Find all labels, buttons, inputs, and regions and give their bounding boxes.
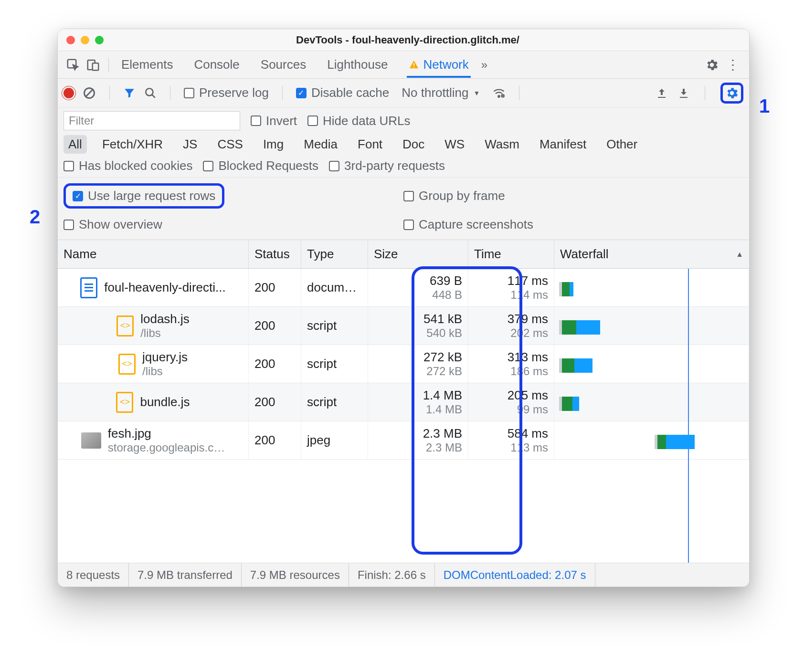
minimize-icon[interactable] [81, 36, 89, 44]
request-path: storage.googleapis.c… [108, 441, 225, 454]
cell-name: <> lodash.js /libs [58, 307, 249, 345]
kebab-menu-icon[interactable]: ⋮ [722, 57, 743, 73]
inspect-icon[interactable] [63, 55, 83, 74]
col-type[interactable]: Type [301, 240, 368, 268]
filter-input[interactable]: Filter [63, 111, 240, 130]
show-overview-checkbox[interactable]: Show overview [63, 217, 403, 232]
separator [108, 58, 109, 72]
table-row[interactable]: <> bundle.js 200 script 1.4 MB1.4 MB 205… [58, 383, 749, 421]
zoom-icon[interactable] [95, 36, 104, 44]
group-by-frame-checkbox[interactable]: Group by frame [403, 183, 743, 209]
status-requests: 8 requests [58, 563, 129, 587]
cell-name: fesh.jpg storage.googleapis.c… [58, 421, 249, 459]
col-name[interactable]: Name [58, 240, 249, 268]
table-row[interactable]: fesh.jpg storage.googleapis.c… 200 jpeg … [58, 421, 749, 460]
request-path: /libs [142, 365, 188, 378]
search-icon[interactable] [144, 87, 157, 99]
warning-icon [409, 60, 419, 70]
cell-type: jpeg [301, 421, 368, 459]
cell-size: 541 kB540 kB [368, 307, 468, 345]
tab-sources[interactable]: Sources [259, 52, 308, 78]
cell-size: 1.4 MB1.4 MB [368, 383, 468, 421]
filter-js[interactable]: JS [178, 135, 202, 154]
filter-other[interactable]: Other [602, 135, 642, 154]
preserve-log-checkbox[interactable]: Preserve log [184, 85, 269, 100]
status-bar: 8 requests 7.9 MB transferred 7.9 MB res… [58, 563, 749, 587]
cell-type: script [301, 345, 368, 383]
throttling-select[interactable]: No throttling ▼ [398, 85, 484, 100]
capture-screenshots-checkbox[interactable]: Capture screenshots [403, 217, 743, 232]
filter-css[interactable]: CSS [212, 135, 247, 154]
cell-status: 200 [249, 421, 301, 459]
cell-time: 584 ms113 ms [468, 421, 554, 459]
panel-tabs: Elements Console Sources Lighthouse Netw… [119, 52, 471, 78]
filter-all[interactable]: All [63, 135, 87, 154]
sort-asc-icon: ▲ [736, 250, 743, 259]
table-row[interactable]: <> jquery.js /libs 200 script 272 kB272 … [58, 345, 749, 383]
tab-network[interactable]: Network [407, 52, 470, 78]
filter-font[interactable]: Font [353, 135, 387, 154]
resource-type-filters: All Fetch/XHR JS CSS Img Media Font Doc … [63, 135, 743, 154]
tab-elements[interactable]: Elements [119, 52, 175, 78]
network-settings-pane: ✓Use large request rows Group by frame S… [58, 178, 749, 240]
table-row[interactable]: <> lodash.js /libs 200 script 541 kB540 … [58, 307, 749, 345]
cell-time: 117 ms114 ms [468, 269, 554, 306]
filter-manifest[interactable]: Manifest [535, 135, 591, 154]
filter-fetchxhr[interactable]: Fetch/XHR [97, 135, 168, 154]
cell-name: <> jquery.js /libs [58, 345, 249, 383]
more-tabs-icon[interactable]: » [481, 58, 487, 72]
cell-status: 200 [249, 383, 301, 421]
cell-waterfall [554, 345, 749, 383]
filter-img[interactable]: Img [258, 135, 288, 154]
cell-status: 200 [249, 345, 301, 383]
col-waterfall[interactable]: Waterfall▲ [554, 240, 749, 268]
col-size[interactable]: Size [368, 240, 468, 268]
svg-line-8 [152, 94, 155, 98]
record-icon[interactable] [63, 88, 74, 98]
hide-data-urls-checkbox[interactable]: Hide data URLs [307, 114, 411, 128]
filter-icon[interactable] [123, 87, 136, 99]
status-dcl: DOMContentLoaded: 2.07 s [435, 563, 595, 587]
separator [705, 86, 705, 100]
annotation-2: 2 [30, 206, 40, 228]
blocked-requests-checkbox[interactable]: Blocked Requests [203, 158, 318, 173]
filter-media[interactable]: Media [299, 135, 342, 154]
third-party-checkbox[interactable]: 3rd-party requests [329, 158, 445, 173]
filter-bar: Filter Invert Hide data URLs All Fetch/X… [58, 107, 749, 178]
cell-type: script [301, 383, 368, 421]
request-path: /libs [140, 326, 190, 340]
svg-rect-4 [414, 66, 415, 67]
filter-ws[interactable]: WS [440, 135, 469, 154]
cell-waterfall [554, 307, 749, 345]
download-har-icon[interactable] [678, 87, 689, 99]
titlebar: DevTools - foul-heavenly-direction.glitc… [58, 29, 749, 51]
network-settings-icon[interactable] [720, 83, 743, 104]
close-icon[interactable] [66, 36, 75, 44]
cell-waterfall [554, 383, 749, 421]
request-name: lodash.js [140, 312, 190, 326]
filter-wasm[interactable]: Wasm [480, 135, 524, 154]
svg-line-6 [85, 89, 93, 96]
settings-icon[interactable] [702, 55, 721, 74]
disable-cache-checkbox[interactable]: ✓Disable cache [296, 85, 389, 100]
network-conditions-icon[interactable] [492, 86, 506, 100]
col-status[interactable]: Status [249, 240, 301, 268]
upload-har-icon[interactable] [656, 87, 667, 99]
cell-size: 272 kB272 kB [368, 345, 468, 383]
svg-point-9 [498, 95, 500, 97]
table-row[interactable]: foul-heavenly-directi... 200 docum… 639 … [58, 269, 749, 307]
tabbar: Elements Console Sources Lighthouse Netw… [58, 51, 749, 79]
cell-type: docum… [301, 269, 368, 306]
chevron-down-icon: ▼ [473, 89, 480, 97]
cell-status: 200 [249, 307, 301, 345]
blocked-cookies-checkbox[interactable]: Has blocked cookies [63, 158, 192, 173]
clear-icon[interactable] [83, 86, 96, 100]
filter-doc[interactable]: Doc [398, 135, 429, 154]
tab-console[interactable]: Console [192, 52, 241, 78]
cell-status: 200 [249, 269, 301, 306]
invert-checkbox[interactable]: Invert [251, 114, 297, 128]
use-large-rows-checkbox[interactable]: ✓Use large request rows [63, 183, 224, 209]
device-toggle-icon[interactable] [84, 55, 103, 74]
col-time[interactable]: Time [468, 240, 554, 268]
tab-lighthouse[interactable]: Lighthouse [325, 52, 390, 78]
